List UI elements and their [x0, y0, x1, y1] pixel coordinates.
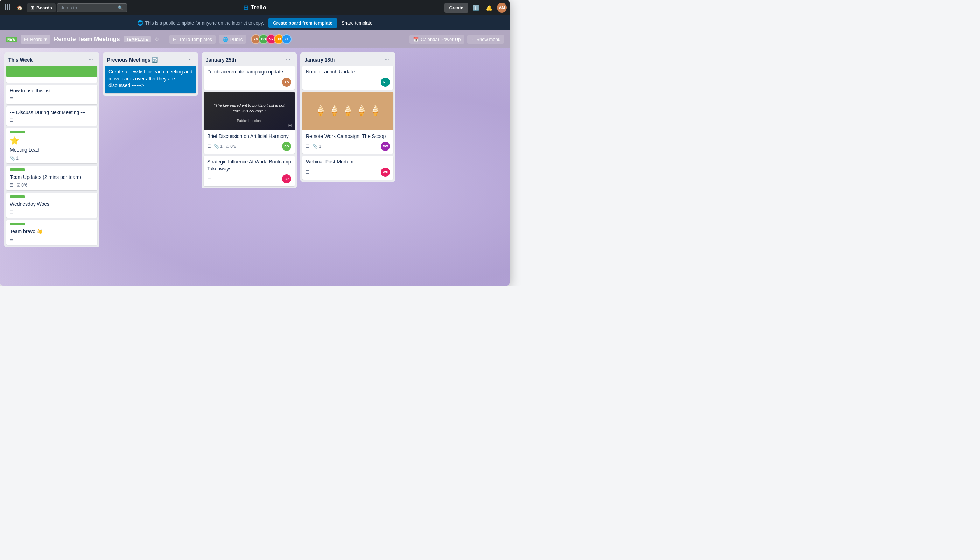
card-meta: 📎 1: [10, 156, 94, 161]
cone-3: 🍦: [342, 105, 354, 117]
card-title: Meeting Lead: [10, 147, 94, 153]
card-title: Team bravo 👋: [10, 228, 94, 235]
trello-templates-button[interactable]: ⊟ Trello Templates: [169, 35, 216, 44]
card-team-updates[interactable]: Team Updates (2 mins per team) ☰ ☑ 0/6: [6, 165, 97, 191]
boards-label: Boards: [37, 5, 52, 10]
attachment-badge: 📎 1: [313, 144, 321, 149]
share-template-link[interactable]: Share template: [342, 20, 372, 25]
card-avatar: NL: [381, 78, 390, 87]
attachment-icon: 📎 1: [10, 156, 18, 161]
card-embrace-remote[interactable]: #embraceremote campaign update AO: [204, 66, 295, 90]
card-meta: ☰ 📎 1 ☑ 0/8 BG: [207, 142, 291, 151]
list-this-week: This Week ··· How to use this list ☰: [4, 52, 99, 247]
grid-icon[interactable]: [3, 2, 13, 13]
list-header-january-18: January 18th ···: [300, 52, 395, 66]
list-cards-this-week: How to use this list ☰ --- Discuss Durin…: [4, 66, 99, 247]
description-icon: ☰: [10, 210, 13, 215]
new-badge: NEW: [6, 37, 17, 42]
card-wednesday-woes[interactable]: Wednesday Woes ☰: [6, 192, 97, 218]
description-icon: ☰: [207, 177, 211, 181]
card-meta: ☰ 📎 1 RW: [306, 142, 390, 151]
description-icon: ☰: [306, 144, 310, 149]
card-avatar: BG: [282, 142, 291, 151]
card-title: How to use this list: [10, 88, 94, 95]
attachment-badge: 📎 1: [214, 144, 223, 149]
list-header-january-25: January 25th ···: [202, 52, 297, 66]
list-cards-january-25: #embraceremote campaign update AO "The k…: [202, 66, 297, 188]
list-cards-january-18: Nordic Launch Update NL 🍦 🍦 🍦 🍦 🍦: [300, 66, 395, 182]
description-icon: ☰: [10, 118, 13, 123]
search-box[interactable]: Jump to... 🔍: [57, 3, 127, 12]
show-menu-button[interactable]: ··· Show menu: [467, 35, 504, 44]
description-icon: ☰: [306, 170, 310, 175]
calendar-power-up-button[interactable]: 📅 Calendar Power-Up: [410, 35, 464, 44]
trello-logo: ⊟ Trello: [243, 4, 267, 12]
template-badge: TEMPLATE: [123, 36, 151, 42]
card-brief-discussion[interactable]: "The key ingredient to building trust is…: [204, 92, 295, 154]
create-button[interactable]: Create: [445, 3, 468, 13]
board-menu-button[interactable]: ⊟ Board ▾: [21, 35, 50, 44]
list-menu-button[interactable]: ···: [284, 56, 293, 64]
list-header-previous-meetings: Previous Meetings 🔄 ···: [103, 52, 198, 66]
card-webinar-post-mortem[interactable]: Webinar Post-Mortem ☰ WP: [302, 156, 393, 180]
star-button[interactable]: ☆: [154, 36, 159, 43]
header-right: 📅 Calendar Power-Up ··· Show menu: [410, 35, 504, 44]
create-board-from-template-button[interactable]: Create board from template: [268, 18, 337, 28]
list-title-january-18: January 18th: [305, 57, 383, 63]
notifications-button[interactable]: 🔔: [484, 2, 495, 13]
trello-t-icon: ⊟: [243, 4, 248, 12]
list-menu-button[interactable]: ···: [87, 56, 95, 64]
card-discuss[interactable]: --- Discuss During Next Meeting --- ☰: [6, 107, 97, 126]
svg-rect-2: [9, 4, 10, 6]
card-title: Remote Work Campaign: The Scoop: [306, 133, 390, 140]
boards-button[interactable]: ⊞ Boards: [27, 3, 56, 12]
cone-2: 🍦: [328, 105, 340, 117]
list-header-this-week: This Week ···: [4, 52, 99, 66]
svg-rect-7: [7, 8, 8, 10]
list-january-25: January 25th ··· #embraceremote campaign…: [202, 52, 297, 188]
star-emoji: ⭐: [10, 136, 94, 145]
cone-5: 🍦: [369, 105, 382, 117]
card-how-to-use[interactable]: How to use this list ☰: [6, 85, 97, 104]
board-menu-label: Board: [30, 37, 42, 42]
svg-rect-4: [7, 6, 8, 8]
list-menu-button[interactable]: ···: [185, 56, 194, 64]
card-avatar: RW: [381, 142, 390, 151]
trust-quote: "The key ingredient to building trust is…: [207, 99, 292, 118]
card-nordic-launch[interactable]: Nordic Launch Update NL: [302, 66, 393, 90]
checklist-badge: ☑ 0/8: [225, 144, 236, 149]
card-how-to-move[interactable]: Create a new list for each meeting and m…: [105, 66, 196, 93]
list-previous-meetings: Previous Meetings 🔄 ··· Create a new lis…: [103, 52, 198, 95]
public-button[interactable]: 🌐 Public: [219, 35, 246, 44]
list-cards-previous-meetings: Create a new list for each meeting and m…: [103, 66, 198, 95]
search-text: Jump to...: [61, 5, 81, 10]
card-title: Nordic Launch Update: [306, 68, 390, 76]
card-avatar: SP: [282, 174, 291, 183]
info-button[interactable]: ℹ️: [470, 2, 482, 13]
svg-rect-6: [5, 8, 6, 10]
card-meta: ☰: [10, 97, 94, 102]
trello-overlay-icon: ⊟: [288, 122, 292, 128]
cone-4: 🍦: [356, 105, 368, 117]
card-meta: ☰: [10, 237, 94, 242]
list-title-this-week: This Week: [8, 57, 87, 63]
card-strategic-influence[interactable]: Strategic Influence At Work: Bootcamp Ta…: [204, 156, 295, 186]
banner-text: 🌐 This is a public template for anyone o…: [137, 20, 264, 25]
checklist-badge: ☑ 0/6: [17, 183, 27, 188]
dots-icon: ···: [471, 37, 475, 42]
card-avatar: AO: [282, 78, 291, 87]
user-avatar[interactable]: AM: [497, 3, 507, 13]
card-meta: NL: [306, 78, 390, 87]
card-title: #embraceremote campaign update: [207, 68, 291, 76]
home-icon[interactable]: 🏠: [14, 3, 25, 13]
card-title: Strategic Influence At Work: Bootcamp Ta…: [207, 158, 291, 172]
card-meeting-lead[interactable]: ⭐ Meeting Lead 📎 1: [6, 128, 97, 163]
green-bar-card[interactable]: [6, 66, 97, 83]
card-team-bravo[interactable]: Team bravo 👋 ☰: [6, 220, 97, 245]
member-avatar-5[interactable]: KL: [282, 34, 292, 44]
card-remote-work-campaign[interactable]: 🍦 🍦 🍦 🍦 🍦 Remote Work Campaign: The Scoo…: [302, 92, 393, 154]
svg-rect-5: [9, 6, 10, 8]
show-menu-label: Show menu: [477, 37, 500, 42]
public-label: Public: [230, 37, 243, 42]
list-menu-button[interactable]: ···: [383, 56, 391, 64]
